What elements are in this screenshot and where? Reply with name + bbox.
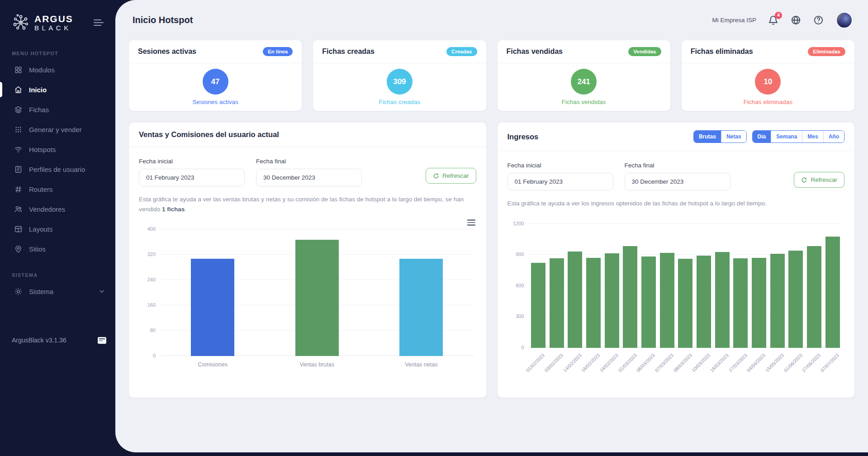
status-badge: Creadas [446, 47, 477, 56]
stat-card-body: 309Fichas creadas [313, 63, 486, 111]
bar-27-06-2023[interactable] [807, 246, 821, 348]
status-badge: Vendidas [628, 47, 661, 56]
sidebar-item-modulos[interactable]: Modulos [0, 60, 115, 80]
bar-01-06-2023[interactable] [788, 251, 803, 348]
sidebar-item-hotspots[interactable]: Hotspots [0, 139, 115, 159]
bar-ventas-brutas[interactable] [295, 240, 339, 356]
grid-dots-icon [14, 125, 23, 134]
toggle-dia[interactable]: Día [753, 131, 771, 142]
bar-slot [731, 224, 750, 348]
bar-03-02-2023[interactable] [550, 258, 564, 348]
bar-14-02-2023[interactable] [568, 252, 582, 347]
ingresos-toggles: BrutasNetas DíaSemanaMesAño [693, 130, 844, 143]
bar-01-03-2023[interactable] [623, 246, 637, 348]
bell-icon[interactable]: 4 [768, 15, 779, 26]
stat-card-title: Fichas creadas [322, 48, 375, 56]
sidebar-item-label: Fichas [29, 106, 49, 114]
y-tick-label: 320 [147, 252, 161, 257]
language-icon[interactable] [98, 337, 106, 344]
sidebar-item-label: Sistema [29, 288, 53, 295]
bar-01-02-2023[interactable] [531, 263, 545, 347]
ingresos-chart: 03006009001200 01/02/202303/02/202314/02… [508, 224, 845, 386]
stat-card-label: Fichas eliminadas [744, 99, 792, 105]
hash-icon [14, 185, 23, 194]
bar-08-03-2023[interactable] [678, 259, 693, 348]
sales-chart-plot: 080160240320400 [161, 229, 474, 356]
bar-06-03-2023[interactable] [641, 256, 656, 348]
bar-27-03-2023[interactable] [733, 258, 748, 348]
bar-24-02-2023[interactable] [605, 253, 619, 348]
bar-07-03-2023[interactable] [660, 253, 674, 348]
people-icon [14, 204, 23, 214]
bar-slot [602, 224, 621, 348]
notification-badge: 4 [775, 12, 782, 19]
bar-comisiones[interactable] [191, 259, 234, 356]
sidebar-item-vendedores[interactable]: Vendedores [0, 199, 115, 219]
globe-icon[interactable] [791, 15, 802, 26]
x-tick-label: Comisiones [161, 356, 265, 368]
bar-16-03-2023[interactable] [715, 252, 730, 347]
sidebar-section-sistema: SISTEMA [0, 259, 115, 281]
sidebar-item-sistema[interactable]: Sistema [0, 281, 115, 301]
fecha-final-input[interactable] [256, 169, 362, 186]
toggle-brutas[interactable]: Brutas [694, 131, 721, 142]
x-tick-label: 10/03/2023 [695, 348, 713, 386]
x-tick-label: 14/02/2023 [566, 348, 584, 386]
toggle-ano[interactable]: Año [823, 131, 844, 142]
bar-16-02-2023[interactable] [586, 258, 601, 348]
stat-card-header: Fichas eliminadasEliminadas [682, 40, 854, 63]
refresh-button[interactable]: Refrescar [426, 168, 476, 184]
sidebar-menu: ModulosInicioFichasGenerar y venderHotsp… [0, 60, 115, 259]
x-tick-label: 01/06/2023 [787, 348, 805, 386]
sidebar-item-label: Generar y vender [29, 126, 82, 133]
fecha-inicial-input[interactable] [139, 169, 245, 186]
home-icon [14, 85, 23, 94]
stat-card-sesiones-activas: Sesiones activasEn línea47Sesiones activ… [129, 40, 302, 111]
sidebar-item-sitios[interactable]: Sitios [0, 239, 115, 259]
stat-card-body: 10Fichas eliminadas [682, 63, 854, 111]
sidebar-item-generar-y-vender[interactable]: Generar y vender [0, 119, 115, 139]
sidebar-item-routers[interactable]: Routers [0, 179, 115, 199]
fecha-final-label: Fecha final [625, 162, 730, 169]
avatar[interactable] [836, 12, 853, 28]
sales-description: Esta gráfica te ayuda a ver las ventas b… [139, 195, 476, 214]
fecha-inicial-label: Fecha inicial [139, 158, 245, 165]
fecha-final-input[interactable] [625, 173, 730, 190]
bar-slot [547, 224, 566, 348]
bar-ventas-netas[interactable] [399, 259, 443, 356]
sidebar-item-inicio[interactable]: Inicio [0, 80, 115, 100]
bar-15-05-2023[interactable] [770, 254, 785, 348]
toggle-semana[interactable]: Semana [771, 131, 802, 142]
y-tick-label: 160 [147, 302, 161, 308]
y-tick-label: 400 [147, 226, 161, 232]
sidebar-item-fichas[interactable]: Fichas [0, 100, 115, 119]
sidebar-item-label: Routers [29, 185, 53, 193]
refresh-button[interactable]: Refrescar [794, 172, 844, 188]
toggle-netas[interactable]: Netas [721, 131, 746, 142]
bar-07-07-2023[interactable] [825, 237, 840, 348]
version-row: ArgusBlack v3.1.36 [0, 337, 115, 344]
status-badge: Eliminadas [808, 47, 845, 56]
stat-card-fichas-eliminadas: Fichas eliminadasEliminadas10Fichas elim… [682, 40, 854, 111]
wifi-icon [14, 145, 23, 154]
sidebar-item-label: Modulos [29, 66, 55, 74]
fecha-inicial-field: Fecha inicial [139, 158, 245, 186]
sidebar-item-layouts[interactable]: Layouts [0, 219, 115, 239]
sidebar-section-hotspot: MENU HOTSPOT [0, 37, 115, 60]
ingresos-chart-plot: 03006009001200 [529, 224, 842, 348]
ingresos-description: Esta gráfica te ayuda a ver los ingresos… [508, 199, 845, 209]
bar-10-03-2023[interactable] [697, 256, 711, 347]
help-icon[interactable] [813, 15, 824, 26]
x-tick-label: Ventas brutas [265, 356, 370, 368]
toggle-mes[interactable]: Mes [802, 131, 823, 142]
sidebar-item-perfiles-de-usuario[interactable]: Perfiles de usuario [0, 159, 115, 179]
company-name[interactable]: Mi Empresa ISP [712, 17, 756, 24]
bar-04-04-2023[interactable] [752, 258, 766, 348]
stat-card-title: Fichas eliminadas [691, 48, 753, 56]
sidebar-collapse-icon[interactable] [92, 18, 105, 28]
sales-panel-title: Ventas y Comisiones del usuario actual [139, 130, 279, 139]
refresh-icon [801, 177, 807, 183]
fecha-inicial-input[interactable] [508, 173, 613, 190]
bar-slot [529, 224, 548, 348]
chart-menu-icon[interactable] [467, 219, 475, 226]
